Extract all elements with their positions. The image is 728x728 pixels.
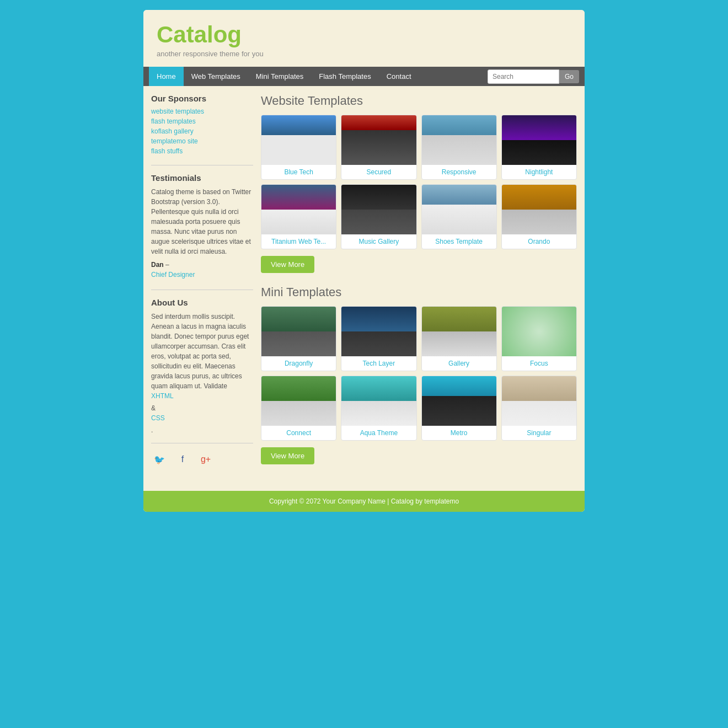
template-name-connect[interactable]: Connect [261,426,336,440]
nav-home[interactable]: Home [149,67,184,86]
search-bar: Go [488,69,579,84]
mini-templates-grid: Dragonfly Tech Layer Gallery Focus Conne [261,306,577,441]
template-name-music[interactable]: Music Gallery [341,234,416,249]
template-card-techlayer[interactable]: Tech Layer [341,306,416,371]
navigation: Home Web Templates Mini Templates Flash … [143,67,585,86]
website-templates-title: Website Templates [261,94,577,108]
author-role-link[interactable]: Chief Designer [151,270,253,280]
view-more-website-button[interactable]: View More [261,256,314,273]
thumb-singular [502,376,576,426]
main-content: Website Templates Blue Tech Secured Resp… [261,94,577,483]
template-card-orando[interactable]: Orando [501,184,577,249]
css-link[interactable]: CSS [151,413,253,423]
search-button[interactable]: Go [559,70,579,83]
template-name-techlayer[interactable]: Tech Layer [341,356,416,371]
sponsors-title: Our Sponsors [151,94,253,103]
template-name-nightlight[interactable]: Nightlight [502,165,576,179]
template-card-music[interactable]: Music Gallery [341,184,416,249]
testimonials-author: Dan – Chief Designer [151,260,253,280]
xhtml-link[interactable]: XHTML [151,391,253,401]
search-input[interactable] [488,69,559,84]
about-title: About Us [151,298,253,307]
template-name-focus[interactable]: Focus [502,356,576,371]
site-subtitle: another responsive theme for you [157,50,571,58]
thumb-aqua [341,376,416,426]
social-section: 🐦 f g+ [151,451,253,475]
template-name-shoes[interactable]: Shoes Template [422,234,496,249]
sponsor-link[interactable]: flash stuffs [151,147,253,155]
testimonials-section: Testimonials Catalog theme is based on T… [151,173,253,290]
template-card-gallery[interactable]: Gallery [421,306,497,371]
header: Catalog another responsive theme for you [143,10,585,67]
sponsor-link[interactable]: flash templates [151,117,253,125]
template-name-metro[interactable]: Metro [422,426,496,440]
about-text: Sed interdum mollis suscipit. Aenean a l… [151,312,253,435]
template-card-nightlight[interactable]: Nightlight [501,115,577,180]
google-plus-icon[interactable]: g+ [197,451,214,468]
testimonials-title: Testimonials [151,173,253,183]
thumb-shoes [422,185,496,234]
template-card-secured[interactable]: Secured [341,115,416,180]
content-wrapper: Our Sponsors website templates flash tem… [143,86,585,491]
mini-templates-title: Mini Templates [261,285,577,299]
thumb-blue-tech [261,115,336,165]
template-name-aqua[interactable]: Aqua Theme [341,426,416,440]
website-templates-grid: Blue Tech Secured Responsive Nightlight [261,115,577,249]
template-name-blue-tech[interactable]: Blue Tech [261,165,336,179]
template-name-gallery[interactable]: Gallery [422,356,496,371]
nav-mini-templates[interactable]: Mini Templates [248,67,311,86]
sponsor-link[interactable]: koflash gallery [151,127,253,135]
template-name-secured[interactable]: Secured [341,165,416,179]
thumb-gallery [422,307,496,356]
template-card-shoes[interactable]: Shoes Template [421,184,497,249]
template-card-blue-tech[interactable]: Blue Tech [261,115,336,180]
template-card-responsive[interactable]: Responsive [421,115,497,180]
template-name-titanium[interactable]: Titanium Web Te... [261,234,336,249]
sponsors-section: Our Sponsors website templates flash tem… [151,94,253,165]
footer-text: Copyright © 2072 Your Company Name | Cat… [269,497,459,505]
nav-flash-templates[interactable]: Flash Templates [311,67,378,86]
social-icons: 🐦 f g+ [151,451,253,468]
sponsor-link[interactable]: website templates [151,108,253,115]
sponsor-link[interactable]: templatemo site [151,137,253,145]
twitter-icon[interactable]: 🐦 [151,451,168,468]
page-wrapper: Catalog another responsive theme for you… [143,10,585,512]
thumb-responsive [422,115,496,165]
nav-web-templates[interactable]: Web Templates [184,67,248,86]
thumb-nightlight [502,115,576,165]
thumb-focus [502,307,576,356]
template-card-focus[interactable]: Focus [501,306,577,371]
template-card-dragonfly[interactable]: Dragonfly [261,306,336,371]
template-card-titanium[interactable]: Titanium Web Te... [261,184,336,249]
thumb-connect [261,376,336,426]
template-card-singular[interactable]: Singular [501,376,577,441]
thumb-dragonfly [261,307,336,356]
about-section: About Us Sed interdum mollis suscipit. A… [151,298,253,443]
sidebar: Our Sponsors website templates flash tem… [151,94,253,483]
thumb-orando [502,185,576,234]
template-name-orando[interactable]: Orando [502,234,576,249]
footer: Copyright © 2072 Your Company Name | Cat… [143,491,585,512]
template-card-metro[interactable]: Metro [421,376,497,441]
template-name-responsive[interactable]: Responsive [422,165,496,179]
template-name-singular[interactable]: Singular [502,426,576,440]
template-card-aqua[interactable]: Aqua Theme [341,376,416,441]
testimonials-text: Catalog theme is based on Twitter Bootst… [151,187,253,256]
thumb-metro [422,376,496,426]
thumb-techlayer [341,307,416,356]
nav-contact[interactable]: Contact [379,67,419,86]
thumb-secured [341,115,416,165]
site-title: Catalog [157,22,571,47]
template-card-connect[interactable]: Connect [261,376,336,441]
view-more-mini-button[interactable]: View More [261,447,314,464]
template-name-dragonfly[interactable]: Dragonfly [261,356,336,371]
thumb-music [341,185,416,234]
facebook-icon[interactable]: f [174,451,191,468]
thumb-titanium [261,185,336,234]
